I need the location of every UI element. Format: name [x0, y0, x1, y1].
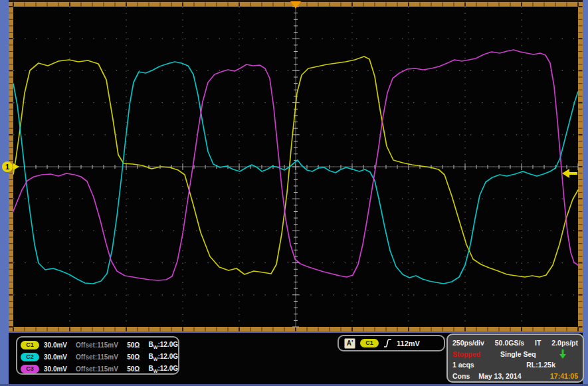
rising-edge-icon — [383, 338, 392, 348]
offset-readout: Offset:115mV — [76, 365, 122, 373]
waveform-graticule — [0, 0, 588, 386]
bandwidth-readout: BW:12.0G — [149, 365, 178, 373]
trigger-source-badge[interactable]: A' — [344, 338, 355, 349]
resolution-readout: 2.0ps/pt — [551, 339, 578, 347]
horizontal-acquisition-panel[interactable]: 250ps/div 50.0GS/s IT 2.0ps/pt Stopped S… — [446, 334, 584, 383]
oscilloscope-screen: 1 C1 30.0mV Offset:115mV 50Ω BW:12.0G C2… — [0, 0, 588, 386]
vertical-scale-readout: 30.0mV — [44, 341, 71, 349]
trigger-position-marker[interactable] — [290, 1, 301, 9]
time-readout: 17:41:05 — [550, 372, 578, 380]
trigger-ready-indicator-icon — [559, 349, 566, 359]
right-arrow-icon — [13, 163, 19, 170]
offset-readout: Offset:115mV — [76, 341, 122, 349]
impedance-readout: 50Ω — [127, 365, 144, 373]
timebase-readout: 250ps/div — [452, 339, 484, 347]
vertical-scale-readout: 30.0mV — [44, 353, 71, 361]
status-bar: C1 30.0mV Offset:115mV 50Ω BW:12.0G C2 3… — [9, 333, 583, 384]
impedance-readout: 50Ω — [127, 353, 144, 361]
trigger-level-marker[interactable] — [562, 169, 578, 178]
interpolation-mode-readout: IT — [535, 339, 541, 347]
bandwidth-readout: BW:12.0G — [149, 341, 178, 349]
bandwidth-readout: BW:12.0G — [149, 353, 178, 361]
acquisition-state-row: Stopped Single Seq — [452, 349, 578, 360]
marker-tail — [569, 172, 577, 175]
vertical-scale-readout: 30.0mV — [44, 365, 71, 373]
horizontal-settings-row: 250ps/div 50.0GS/s IT 2.0ps/pt — [452, 338, 578, 349]
channel-row-c2[interactable]: C2 30.0mV Offset:115mV 50Ω BW:12.0G — [21, 351, 178, 363]
channel-ref-marker[interactable]: 1 — [2, 161, 13, 172]
impedance-readout: 50Ω — [127, 341, 144, 349]
channel-row-c1[interactable]: C1 30.0mV Offset:115mV 50Ω BW:12.0G — [21, 339, 178, 351]
channel-badge-c3[interactable]: C3 — [21, 365, 39, 373]
channel-row-c3[interactable]: C3 30.0mV Offset:115mV 50Ω BW:12.0G — [21, 363, 178, 375]
acquisition-state: Stopped — [452, 350, 480, 358]
record-length-readout: RL:1.25k — [526, 361, 555, 369]
acquisition-count-row: 1 acqs RL:1.25k — [452, 359, 578, 371]
sample-rate-readout: 50.0GS/s — [495, 339, 524, 347]
trigger-level-readout: 112mV — [397, 339, 420, 347]
channel-badge-c2[interactable]: C2 — [21, 353, 39, 361]
channels-readout-panel[interactable]: C1 30.0mV Offset:115mV 50Ω BW:12.0G C2 3… — [16, 336, 179, 375]
trigger-channel-badge[interactable]: C1 — [360, 339, 379, 347]
cons-label: Cons — [452, 372, 470, 380]
channel-badge-c1[interactable]: C1 — [21, 341, 39, 349]
date-time-row: Cons May 13, 2014 17:41:05 — [452, 371, 578, 382]
acquisition-count: 1 acqs — [452, 361, 474, 369]
sequence-mode: Single Seq — [500, 350, 536, 358]
offset-readout: Offset:115mV — [76, 353, 122, 361]
trigger-readout-panel[interactable]: A' C1 112mV — [338, 335, 445, 351]
date-readout: May 13, 2014 — [478, 372, 521, 380]
